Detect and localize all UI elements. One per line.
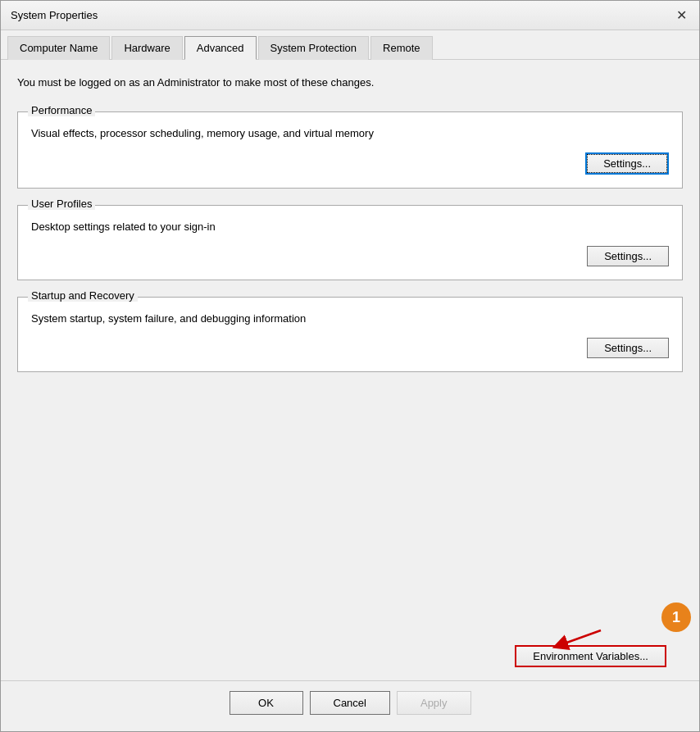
performance-section: Performance Visual effects, processor sc… (17, 111, 683, 189)
tab-system-protection[interactable]: System Protection (258, 36, 370, 60)
cancel-button[interactable]: Cancel (310, 691, 390, 715)
startup-recovery-desc: System startup, system failure, and debu… (31, 312, 669, 325)
footer-buttons: OK Cancel Apply (1, 680, 699, 731)
apply-button[interactable]: Apply (397, 691, 471, 715)
annotation-arrow (543, 627, 609, 650)
tab-remote[interactable]: Remote (370, 36, 433, 60)
performance-btn-row: Settings... (31, 152, 669, 175)
user-profiles-btn-row: Settings... (31, 246, 669, 266)
dialog-title: System Properties (11, 9, 98, 21)
startup-recovery-section-title: Startup and Recovery (28, 289, 138, 302)
tabs-container: Computer Name Hardware Advanced System P… (1, 30, 699, 60)
startup-recovery-settings-button[interactable]: Settings... (587, 338, 669, 358)
admin-notice: You must be logged on as an Administrato… (17, 73, 683, 95)
performance-settings-button[interactable]: Settings... (585, 152, 669, 175)
tab-hardware[interactable]: Hardware (111, 36, 182, 60)
ok-button[interactable]: OK (230, 691, 303, 715)
close-button[interactable]: ✕ (673, 7, 689, 24)
startup-recovery-btn-row: Settings... (31, 338, 669, 358)
user-profiles-settings-button[interactable]: Settings... (587, 246, 669, 266)
performance-desc: Visual effects, processor scheduling, me… (31, 127, 669, 139)
env-btn-row: 1 Environment Variables... (17, 645, 666, 667)
system-properties-dialog: System Properties ✕ Computer Name Hardwa… (0, 0, 700, 732)
bottom-area: 1 Environment Variables... (1, 632, 699, 680)
user-profiles-section: User Profiles Desktop settings related t… (17, 205, 683, 280)
performance-section-title: Performance (28, 104, 95, 116)
title-bar: System Properties ✕ (1, 1, 699, 30)
user-profiles-section-title: User Profiles (28, 198, 95, 210)
startup-recovery-section: Startup and Recovery System startup, sys… (17, 297, 683, 372)
user-profiles-desc: Desktop settings related to your sign-in (31, 221, 669, 233)
svg-line-0 (560, 630, 601, 645)
tab-computer-name[interactable]: Computer Name (7, 36, 110, 60)
tab-advanced[interactable]: Advanced (184, 36, 257, 60)
content-area: You must be logged on as an Administrato… (1, 60, 699, 632)
annotation-badge-1: 1 (661, 602, 691, 632)
